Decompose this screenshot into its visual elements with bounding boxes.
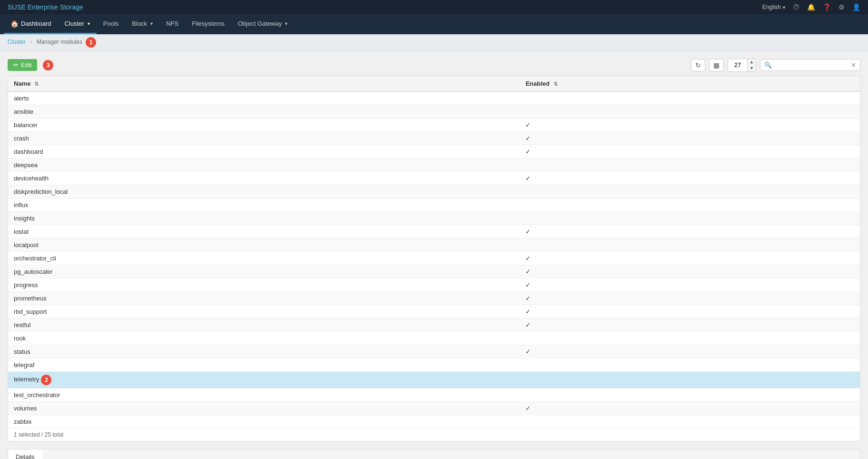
check-icon: ✓	[525, 405, 531, 412]
table-row[interactable]: test_orchestrator	[8, 388, 860, 401]
cell-enabled: ✓	[520, 131, 860, 145]
search-input[interactable]	[776, 60, 847, 70]
table-row[interactable]: influx	[8, 198, 860, 211]
check-icon: ✓	[525, 255, 531, 262]
timer-icon[interactable]: ⏱	[793, 3, 799, 11]
nav-bar: 🏠 Dashboard Cluster ▾ Pools Block ▾ NFS …	[0, 14, 868, 34]
col-header-name[interactable]: Name ⇅	[8, 76, 520, 91]
cell-enabled	[520, 415, 860, 428]
per-page-down-button[interactable]: ▼	[748, 65, 756, 71]
check-icon: ✓	[525, 321, 531, 329]
table-row[interactable]: volumes✓	[8, 401, 860, 415]
table-row[interactable]: insights	[8, 211, 860, 225]
nav-label-dashboard: Dashboard	[21, 20, 51, 27]
per-page-control: ▲ ▼	[728, 59, 756, 72]
table-row[interactable]: dashboard✓	[8, 145, 860, 158]
nav-item-cluster[interactable]: Cluster ▾	[58, 14, 97, 34]
table-row[interactable]: progress✓	[8, 278, 860, 291]
close-icon: ✕	[851, 61, 856, 69]
chevron-down-icon: ▾	[285, 21, 287, 26]
cell-enabled	[520, 185, 860, 198]
edit-icon: ✏	[13, 61, 19, 69]
cell-name: test_orchestrator	[8, 388, 520, 401]
breadcrumb: Cluster › Manager modules 1	[0, 34, 868, 51]
cell-name: crash	[8, 131, 520, 145]
nav-item-object-gateway[interactable]: Object Gateway ▾	[231, 14, 295, 34]
question-icon[interactable]: ❓	[823, 3, 831, 11]
table-row[interactable]: localpool	[8, 238, 860, 251]
cell-enabled: ✓	[520, 345, 860, 358]
search-container: 🔍 ✕	[760, 59, 860, 71]
table-row[interactable]: rbd_support✓	[8, 305, 860, 318]
nav-item-filesystems[interactable]: Filesystems	[185, 14, 231, 34]
main-content: ✏ Edit 3 ↻ ▦ ▲ ▼ 🔍	[0, 51, 868, 459]
cell-enabled	[520, 358, 860, 371]
table-body: alertsansiblebalancer✓crash✓dashboard✓de…	[8, 91, 860, 429]
cell-name: ansible	[8, 105, 520, 118]
table-row[interactable]: balancer✓	[8, 118, 860, 131]
tab-details[interactable]: Details	[8, 449, 42, 459]
breadcrumb-current: Manager modules	[37, 39, 82, 45]
toolbar-right: ↻ ▦ ▲ ▼ 🔍 ✕	[691, 59, 860, 72]
cell-name: restful	[8, 318, 520, 331]
cell-name: pg_autoscaler	[8, 265, 520, 278]
check-icon: ✓	[525, 175, 531, 182]
table-row[interactable]: status✓	[8, 345, 860, 358]
nav-item-pools[interactable]: Pools	[97, 14, 126, 34]
cell-enabled: ✓	[520, 318, 860, 331]
home-icon: 🏠	[10, 20, 19, 28]
nav-item-dashboard[interactable]: 🏠 Dashboard	[4, 14, 58, 34]
nav-item-block[interactable]: Block ▾	[125, 14, 159, 34]
search-icon: 🔍	[764, 61, 772, 69]
table-row[interactable]: diskprediction_local	[8, 185, 860, 198]
cell-enabled	[520, 238, 860, 251]
settings-icon[interactable]: ⚙	[838, 3, 845, 11]
search-clear-button[interactable]: ✕	[847, 60, 860, 70]
table-row[interactable]: zabbix	[8, 415, 860, 428]
top-bar: SUSE Enterprise Storage English ▾ ⏱ 🔔 ❓ …	[0, 0, 868, 14]
table-row[interactable]: prometheus✓	[8, 291, 860, 305]
chevron-down-icon: ▾	[783, 5, 785, 10]
per-page-input[interactable]	[728, 60, 747, 70]
table-row[interactable]: crash✓	[8, 131, 860, 145]
check-icon: ✓	[525, 228, 531, 235]
table-row[interactable]: devicehealth✓	[8, 171, 860, 185]
check-icon: ✓	[525, 148, 531, 155]
cell-enabled	[520, 105, 860, 118]
cell-name: diskprediction_local	[8, 185, 520, 198]
table-row[interactable]: orchestrator_cli✓	[8, 251, 860, 265]
edit-button[interactable]: ✏ Edit	[8, 59, 37, 71]
breadcrumb-cluster[interactable]: Cluster	[8, 39, 26, 45]
cell-enabled: ✓	[520, 265, 860, 278]
nav-label-pools: Pools	[103, 20, 119, 27]
nav-item-nfs[interactable]: NFS	[159, 14, 185, 34]
table-row[interactable]: pg_autoscaler✓	[8, 265, 860, 278]
table-row[interactable]: telemetry2	[8, 371, 860, 388]
language-selector[interactable]: English ▾	[762, 4, 785, 10]
check-icon: ✓	[525, 348, 531, 355]
columns-button[interactable]: ▦	[709, 59, 724, 71]
status-text: 1 selected / 25 total	[14, 431, 63, 438]
table-row[interactable]: deepsea	[8, 158, 860, 171]
table-row[interactable]: iostat✓	[8, 225, 860, 238]
table-row[interactable]: restful✓	[8, 318, 860, 331]
chevron-down-icon: ▾	[150, 21, 153, 26]
cell-enabled: ✓	[520, 305, 860, 318]
bell-icon[interactable]: 🔔	[807, 3, 815, 11]
table-row[interactable]: alerts	[8, 91, 860, 105]
user-icon[interactable]: 👤	[852, 3, 860, 11]
table-row[interactable]: ansible	[8, 105, 860, 118]
manager-modules-table: Name ⇅ Enabled ⇅ alertsansiblebalancer✓c…	[8, 76, 860, 429]
table-row[interactable]: telegraf	[8, 358, 860, 371]
language-label: English	[762, 4, 781, 10]
cell-enabled	[520, 211, 860, 225]
per-page-arrows: ▲ ▼	[747, 59, 756, 71]
sort-icon-name: ⇅	[34, 81, 39, 87]
per-page-up-button[interactable]: ▲	[748, 59, 756, 65]
col-header-enabled[interactable]: Enabled ⇅	[520, 76, 860, 91]
check-icon: ✓	[525, 121, 531, 129]
search-button[interactable]: 🔍	[760, 60, 776, 70]
refresh-button[interactable]: ↻	[691, 59, 705, 71]
cell-name: influx	[8, 198, 520, 211]
table-row[interactable]: rook	[8, 331, 860, 345]
